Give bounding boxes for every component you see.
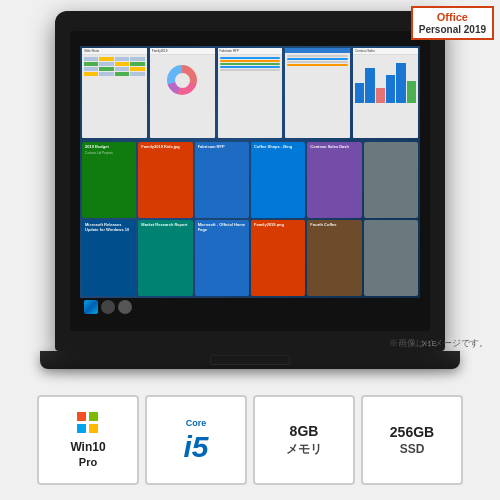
trackpad <box>210 355 290 365</box>
windows-icon[interactable] <box>84 300 98 314</box>
tile-3: Fabricam RFP <box>195 142 249 218</box>
windows-logo <box>77 412 99 434</box>
office-year: Personal 2019 <box>419 24 486 35</box>
search-icon[interactable] <box>101 300 115 314</box>
thumb-lines: Fabricam RFP <box>218 48 283 138</box>
screen-bezel: Slide Show Family2019 <box>70 31 430 331</box>
tile-5: Contoso Sales Dash <box>307 142 361 218</box>
office-badge: Office Personal 2019 <box>411 6 494 40</box>
screen: Slide Show Family2019 <box>80 46 420 316</box>
laptop-base <box>40 351 460 369</box>
tile-2: Family2019 Kids.jpg <box>138 142 192 218</box>
thumb-bar: Contoso Sales <box>353 48 418 138</box>
tile-11: Fourth Coffee <box>307 220 361 296</box>
storage-amount: 256GB <box>390 424 434 440</box>
donut-chart <box>167 65 197 95</box>
laptop-image: Slide Show Family2019 <box>0 0 500 380</box>
specs-bar: Win10 Pro Core i5 8GB メモリ 256GB SSD <box>0 380 500 500</box>
tile-7: Microsoft Releases Update for Windows 10 <box>82 220 136 296</box>
win-label-bottom: Pro <box>79 456 97 468</box>
laptop-body: Slide Show Family2019 <box>55 11 445 351</box>
image-notice: ※画像はイメージです。 <box>389 337 488 350</box>
thumb-spreadsheet: Slide Show <box>82 48 147 138</box>
desktop: Slide Show Family2019 <box>80 46 420 316</box>
office-label: Office <box>419 11 486 24</box>
cortana-icon[interactable] <box>118 300 132 314</box>
tiles-area: 2019 Budget Contoso Ltd Projects Family2… <box>82 142 418 296</box>
tile-8: Market Research Report <box>138 220 192 296</box>
tile-4: Coffee Shops - Bing <box>251 142 305 218</box>
thumb-donut: Family2019 <box>150 48 215 138</box>
tile-1: 2019 Budget Contoso Ltd Projects <box>82 142 136 218</box>
memory-amount: 8GB <box>290 423 319 439</box>
spec-cpu: Core i5 <box>145 395 247 485</box>
tile-12 <box>364 220 418 296</box>
win-label-top: Win10 <box>70 440 105 454</box>
tile-9: Microsoft - Official Home Page <box>195 220 249 296</box>
spec-storage: 256GB SSD <box>361 395 463 485</box>
spec-memory: 8GB メモリ <box>253 395 355 485</box>
thumbnails-row: Slide Show Family2019 <box>82 48 418 138</box>
taskbar <box>80 298 420 316</box>
thumb-browser <box>285 48 350 138</box>
storage-label: SSD <box>400 442 425 456</box>
memory-label: メモリ <box>286 441 322 458</box>
core-label: Core <box>186 418 207 428</box>
spec-windows: Win10 Pro <box>37 395 139 485</box>
tile-6 <box>364 142 418 218</box>
tile-10: Family2019.png <box>251 220 305 296</box>
i5-label: i5 <box>183 432 208 462</box>
